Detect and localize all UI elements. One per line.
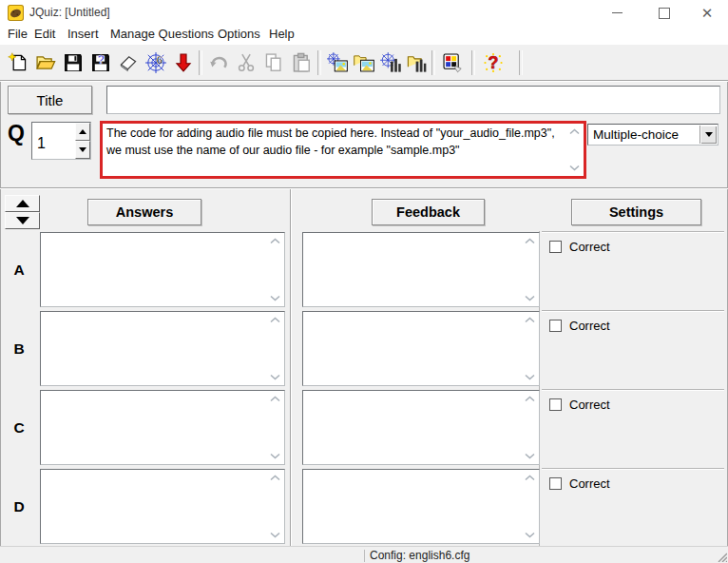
- move-answer-up-button[interactable]: [5, 195, 40, 212]
- feedback-header-label: Feedback: [396, 204, 460, 220]
- scroll-down-icon[interactable]: [525, 374, 535, 380]
- settings-row-divider: [542, 231, 724, 233]
- settings-row-divider: [542, 468, 724, 470]
- feedback-text-area[interactable]: [303, 312, 539, 385]
- undo-icon[interactable]: [206, 50, 231, 75]
- answer-row-label: B: [8, 340, 30, 358]
- answer-text-area[interactable]: [41, 312, 284, 385]
- correct-checkbox-label: Correct: [569, 398, 610, 412]
- quiz-title-input[interactable]: [106, 86, 720, 114]
- scroll-down-icon[interactable]: [270, 453, 280, 459]
- answer-text-area[interactable]: [41, 470, 284, 543]
- menu-insert[interactable]: Insert: [67, 27, 99, 41]
- question-down-button[interactable]: [75, 141, 90, 159]
- scroll-down-icon[interactable]: [525, 453, 535, 459]
- scroll-down-icon[interactable]: [270, 532, 280, 538]
- hot-potatoes-app-icon: [8, 5, 24, 21]
- appearance-colors-icon[interactable]: [440, 50, 465, 75]
- menu-options[interactable]: Options: [218, 27, 260, 41]
- question-number-input[interactable]: [32, 123, 75, 159]
- scroll-up-icon[interactable]: [525, 238, 535, 244]
- save-as-icon[interactable]: ?: [88, 50, 113, 75]
- menu-edit[interactable]: Edit: [34, 27, 55, 41]
- scroll-up-icon[interactable]: [569, 128, 580, 135]
- answers-header-button[interactable]: Answers: [87, 199, 201, 225]
- answer-text-area[interactable]: [41, 391, 284, 464]
- scroll-up-icon[interactable]: [270, 475, 280, 481]
- paste-icon[interactable]: [289, 50, 314, 75]
- close-icon: ✕: [701, 6, 714, 20]
- insert-picture-file-icon[interactable]: [352, 50, 376, 75]
- scroll-down-icon[interactable]: [270, 295, 280, 301]
- question-up-button[interactable]: [75, 123, 90, 141]
- down-arrow-icon: [16, 217, 29, 224]
- title-button[interactable]: Title: [8, 86, 92, 114]
- correct-checkbox-label: Correct: [569, 319, 610, 333]
- feedback-text-box: [302, 469, 540, 544]
- panel-splitter[interactable]: [290, 189, 292, 546]
- feedback-text-box: [302, 311, 540, 386]
- feedback-header-button[interactable]: Feedback: [372, 199, 485, 225]
- question-text-area[interactable]: The code for adding audio file must be c…: [103, 124, 584, 176]
- up-arrow-icon: [79, 129, 86, 134]
- status-bar: Config: english6.cfg: [0, 546, 728, 563]
- open-icon[interactable]: [33, 50, 58, 75]
- scroll-down-icon[interactable]: [525, 295, 535, 301]
- menu-bar: FileEditInsertManage QuestionsOptionsHel…: [0, 26, 728, 45]
- export-down-arrow-icon[interactable]: [171, 50, 196, 75]
- config-status-text: Config: english6.cfg: [370, 549, 469, 562]
- toolbar-separator: [199, 50, 202, 75]
- scroll-up-icon[interactable]: [525, 317, 535, 323]
- correct-checkbox[interactable]: [549, 320, 562, 332]
- question-label: Q: [8, 121, 25, 146]
- title-bar: JQuiz: [Untitled] ✕: [0, 0, 728, 26]
- toolbar-separator: [317, 50, 321, 75]
- close-button[interactable]: ✕: [691, 0, 723, 26]
- copy-icon[interactable]: [261, 50, 286, 75]
- save-icon[interactable]: [61, 50, 86, 75]
- correct-checkbox-label: Correct: [569, 476, 610, 491]
- correct-checkbox[interactable]: [549, 477, 562, 490]
- menu-file[interactable]: File: [8, 27, 28, 41]
- feedback-text-area[interactable]: [303, 470, 539, 543]
- correct-checkbox[interactable]: [549, 398, 562, 411]
- help-icon[interactable]: ?: [481, 50, 506, 75]
- eraser-icon[interactable]: [116, 50, 141, 75]
- correct-checkbox[interactable]: [549, 241, 562, 253]
- answers-header-label: Answers: [116, 204, 173, 220]
- question-number-spinner: [31, 122, 91, 160]
- svg-text:?: ?: [489, 53, 499, 72]
- svg-text:?: ?: [98, 53, 105, 67]
- scroll-up-icon[interactable]: [270, 396, 280, 402]
- scroll-up-icon[interactable]: [525, 396, 535, 402]
- insert-picture-web-icon[interactable]: [325, 50, 350, 75]
- answer-text-box: [40, 311, 285, 386]
- toolbar-separator: [471, 50, 475, 75]
- cut-icon[interactable]: [234, 50, 259, 75]
- question-type-dropdown[interactable]: Multiple-choice: [587, 124, 718, 146]
- dropdown-button[interactable]: [699, 126, 717, 144]
- insert-link-web-icon[interactable]: [378, 50, 403, 75]
- answer-text-area[interactable]: [41, 233, 284, 306]
- settings-header-button[interactable]: Settings: [571, 199, 701, 225]
- scroll-down-icon[interactable]: [569, 165, 580, 171]
- new-icon[interactable]: [6, 50, 30, 75]
- scroll-up-icon[interactable]: [525, 475, 535, 481]
- move-answer-down-button[interactable]: [5, 212, 40, 229]
- scroll-up-icon[interactable]: [270, 317, 280, 323]
- toolbar-separator: [519, 50, 523, 75]
- insert-link-file-icon[interactable]: [405, 50, 430, 75]
- feedback-text-area[interactable]: [303, 391, 539, 464]
- scroll-down-icon[interactable]: [270, 374, 280, 380]
- feedback-text-area[interactable]: [303, 233, 539, 306]
- answer-row-label: A: [8, 262, 30, 279]
- scroll-down-icon[interactable]: [525, 532, 535, 538]
- export-web-v6-icon[interactable]: 6: [144, 50, 168, 75]
- answer-text-box: [40, 390, 285, 465]
- scroll-up-icon[interactable]: [270, 238, 280, 244]
- resize-grip[interactable]: [715, 550, 727, 562]
- minimize-button[interactable]: [601, 0, 633, 26]
- menu-manage-questions[interactable]: Manage Questions: [110, 27, 214, 41]
- maximize-button[interactable]: [648, 0, 680, 26]
- menu-help[interactable]: Help: [269, 27, 295, 41]
